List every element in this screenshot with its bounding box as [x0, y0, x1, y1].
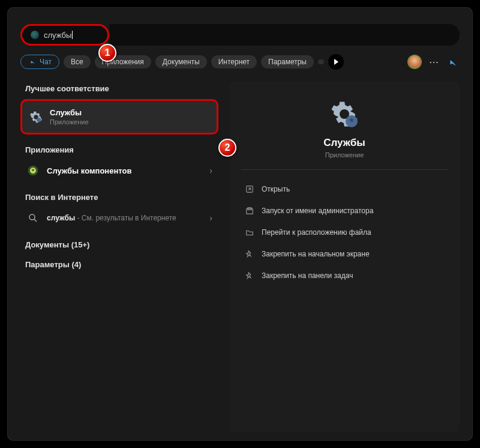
- preview-subtitle: Приложение: [325, 151, 364, 159]
- preview-panel: Службы Приложение Открыть Запуск от имен…: [229, 82, 460, 432]
- documents-header[interactable]: Документы (15+): [25, 240, 218, 249]
- web-search-header: Поиск в Интернете: [25, 193, 218, 202]
- chip-more-cut[interactable]: [318, 59, 324, 64]
- chevron-right-icon: ›: [209, 166, 212, 175]
- results-panel: Лучшее соответствие Службы Приложение Пр…: [20, 82, 218, 432]
- folder-icon: [245, 228, 254, 237]
- chip-chat[interactable]: Чат: [20, 55, 59, 69]
- svg-point-2: [29, 214, 35, 220]
- bing-chat-icon: [28, 58, 37, 66]
- action-open-file-location[interactable]: Перейти к расположению файла: [241, 223, 448, 242]
- best-match-result[interactable]: Службы Приложение: [20, 99, 218, 135]
- parameters-header[interactable]: Параметры (4): [25, 260, 218, 269]
- pin-icon: [245, 249, 254, 259]
- apps-header: Приложения: [25, 145, 218, 154]
- filter-chips: Чат Все Приложения Документы Интернет Па…: [20, 54, 460, 70]
- app-result-title: Службы компонентов: [47, 166, 202, 175]
- callout-badge-1: 1: [98, 44, 116, 62]
- best-match-subtitle: Приложение: [50, 118, 209, 126]
- search-input[interactable]: службы: [44, 31, 71, 40]
- search-icon: [26, 211, 40, 225]
- chip-internet[interactable]: Интернет: [211, 55, 257, 68]
- best-match-header: Лучшее соответствие: [25, 84, 218, 93]
- chip-documents[interactable]: Документы: [155, 55, 207, 68]
- more-options-button[interactable]: ⋯: [425, 56, 442, 68]
- web-result[interactable]: службы - См. результаты в Интернете ›: [20, 207, 218, 229]
- chevron-right-icon: ›: [209, 213, 212, 223]
- pin-icon: [245, 271, 254, 280]
- svg-line-3: [34, 219, 37, 222]
- user-avatar[interactable]: [408, 55, 421, 68]
- open-icon: [245, 184, 254, 194]
- preview-gear-icon: [330, 100, 359, 129]
- action-pin-to-start[interactable]: Закрепить на начальном экране: [241, 244, 448, 264]
- component-services-icon: [26, 164, 40, 177]
- action-run-as-admin[interactable]: Запуск от имени администратора: [241, 201, 448, 220]
- scroll-right-button[interactable]: [328, 54, 344, 70]
- callout-badge-2: 2: [218, 139, 236, 157]
- search-bar[interactable]: службы: [20, 24, 460, 46]
- app-result-component-services[interactable]: Службы компонентов ›: [20, 159, 218, 182]
- action-open[interactable]: Открыть: [241, 180, 448, 199]
- action-pin-to-taskbar[interactable]: Закрепить на панели задач: [241, 266, 448, 285]
- search-app-icon: [31, 31, 39, 39]
- svg-point-1: [28, 166, 38, 176]
- bing-icon[interactable]: [446, 55, 460, 68]
- web-result-text: службы - См. результаты в Интернете: [47, 214, 202, 222]
- best-match-title: Службы: [50, 108, 209, 117]
- chip-all[interactable]: Все: [64, 55, 91, 68]
- chip-settings[interactable]: Параметры: [261, 55, 314, 68]
- svg-point-0: [37, 117, 41, 121]
- preview-title: Службы: [323, 137, 365, 149]
- gear-icon: [29, 110, 43, 124]
- shield-icon: [245, 206, 254, 216]
